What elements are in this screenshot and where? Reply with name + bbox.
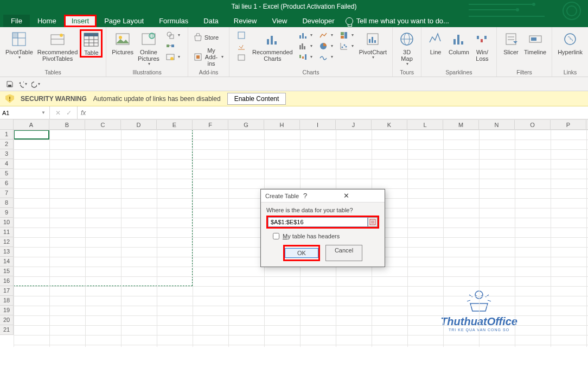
row-header[interactable]: 11	[0, 227, 14, 237]
cancel-button[interactable]: Cancel	[325, 245, 362, 261]
table-range-input[interactable]	[268, 217, 368, 227]
ok-button[interactable]: OK	[283, 245, 320, 261]
row-header[interactable]: 15	[0, 267, 14, 276]
3d-map-button[interactable]: 3D Map▾	[396, 29, 418, 68]
slicer-button[interactable]: Slicer	[500, 29, 522, 56]
headers-checkbox-label[interactable]: My table has headers	[273, 233, 379, 239]
shapes-button[interactable]: ▾	[164, 30, 182, 40]
row-header[interactable]: 5	[0, 169, 14, 179]
row-header[interactable]: 17	[0, 286, 14, 296]
column-header[interactable]: K	[372, 120, 407, 129]
recommended-pivottables-button[interactable]: Recommended PivotTables	[35, 29, 80, 63]
row-header[interactable]: 18	[0, 296, 14, 306]
tab-home[interactable]: Home	[30, 15, 64, 27]
enter-formula-icon[interactable]: ✓	[66, 109, 72, 117]
row-header[interactable]: 4	[0, 159, 14, 169]
tab-review[interactable]: Review	[226, 15, 265, 27]
column-header[interactable]: P	[551, 120, 586, 129]
chart-misc-1[interactable]	[235, 30, 248, 40]
chart-hier-button[interactable]: ▾	[337, 30, 356, 40]
sparkline-winloss-button[interactable]: Win/ Loss	[471, 29, 493, 63]
tab-insert[interactable]: Insert	[64, 15, 97, 27]
headers-checkbox[interactable]	[273, 233, 279, 239]
store-button[interactable]: Store	[191, 33, 226, 42]
undo-button[interactable]: ▾	[18, 80, 27, 88]
pictures-button[interactable]: Pictures	[110, 29, 136, 56]
close-icon[interactable]: ✕	[341, 192, 380, 200]
row-header[interactable]: 9	[0, 208, 14, 218]
row-header[interactable]: 20	[0, 315, 14, 325]
row-header[interactable]: 16	[0, 276, 14, 286]
tab-file[interactable]: File	[3, 15, 30, 27]
pivottable-button[interactable]: PivotTable▾	[3, 29, 35, 61]
tab-view[interactable]: View	[264, 15, 295, 27]
column-header[interactable]: G	[228, 120, 264, 129]
column-header[interactable]: M	[443, 120, 479, 129]
recommended-charts-button[interactable]: Recommended Charts	[250, 29, 295, 63]
chart-misc-2[interactable]	[235, 41, 248, 51]
tab-developer[interactable]: Developer	[295, 15, 342, 27]
row-header[interactable]: 7	[0, 188, 14, 198]
column-headers[interactable]: ABCDEFGHIJKLMNOP	[14, 119, 588, 130]
help-icon[interactable]: ?	[300, 192, 341, 200]
row-header[interactable]: 21	[0, 325, 14, 335]
row-header[interactable]: 3	[0, 149, 14, 159]
row-header[interactable]: 8	[0, 198, 14, 208]
group-filters: Slicer Timeline Filters	[497, 27, 552, 77]
sparkline-line-button[interactable]: Line	[425, 29, 446, 56]
chart-bar-button[interactable]: ▾	[296, 30, 315, 40]
row-header[interactable]: 12	[0, 237, 14, 247]
tab-data[interactable]: Data	[196, 15, 226, 27]
chart-misc-3[interactable]	[235, 52, 248, 62]
row-header[interactable]: 10	[0, 218, 14, 227]
column-header[interactable]: O	[515, 120, 551, 129]
column-header[interactable]: J	[336, 120, 372, 129]
smartart-button[interactable]	[164, 41, 182, 51]
name-box[interactable]: ▼	[0, 106, 50, 119]
pivotchart-button[interactable]: PivotChart▾	[357, 29, 389, 61]
save-button[interactable]	[5, 80, 14, 88]
fx-label[interactable]: fx	[78, 106, 89, 119]
tab-formulas[interactable]: Formulas	[151, 15, 196, 27]
redo-button[interactable]: ▾	[31, 80, 40, 88]
my-addins-button[interactable]: My Add-ins▾	[191, 47, 226, 67]
online-pictures-button[interactable]: Online Pictures▾	[136, 29, 162, 68]
column-header[interactable]: D	[121, 120, 157, 129]
chart-waterfall-button[interactable]: ▾	[296, 52, 315, 62]
row-header[interactable]: 1	[0, 130, 14, 140]
chart-line-button[interactable]: ▾	[317, 30, 335, 40]
chevron-down-icon[interactable]: ▼	[40, 110, 47, 115]
column-header[interactable]: I	[300, 120, 336, 129]
row-headers[interactable]: 123456789101112131415161718192021	[0, 130, 14, 367]
column-header[interactable]: F	[193, 120, 228, 129]
name-box-input[interactable]	[2, 110, 40, 116]
dialog-titlebar[interactable]: Create Table ? ✕	[261, 189, 385, 203]
row-header[interactable]: 13	[0, 247, 14, 257]
column-header[interactable]: H	[264, 120, 300, 129]
column-header[interactable]: E	[157, 120, 193, 129]
row-header[interactable]: 14	[0, 257, 14, 267]
sparkline-column-button[interactable]: Column	[446, 29, 471, 56]
chart-stat-button[interactable]: ▾	[296, 41, 315, 51]
tell-me[interactable]: Tell me what you want to do...	[342, 15, 452, 27]
row-header[interactable]: 6	[0, 179, 14, 188]
chart-scatter-button[interactable]: ▾	[337, 41, 356, 51]
column-header[interactable]: A	[14, 120, 49, 129]
row-header[interactable]: 19	[0, 306, 14, 315]
range-selector-icon[interactable]	[368, 217, 378, 227]
hyperlink-button[interactable]: Hyperlink	[555, 29, 585, 56]
timeline-button[interactable]: Timeline	[522, 29, 548, 56]
chart-surface-button[interactable]: ▾	[317, 52, 335, 62]
column-header[interactable]: N	[479, 120, 515, 129]
row-header[interactable]: 2	[0, 140, 14, 149]
cancel-formula-icon[interactable]: ✕	[55, 109, 61, 117]
tab-page-layout[interactable]: Page Layout	[97, 15, 151, 27]
column-header[interactable]: L	[407, 120, 443, 129]
select-all-corner[interactable]	[0, 119, 14, 130]
chart-pie-button[interactable]: ▾	[317, 41, 335, 51]
screenshot-button[interactable]: ▾	[164, 52, 182, 62]
table-button[interactable]: Table	[80, 29, 103, 58]
column-header[interactable]: C	[85, 120, 121, 129]
enable-content-button[interactable]: Enable Content	[227, 93, 286, 105]
column-header[interactable]: B	[49, 120, 85, 129]
